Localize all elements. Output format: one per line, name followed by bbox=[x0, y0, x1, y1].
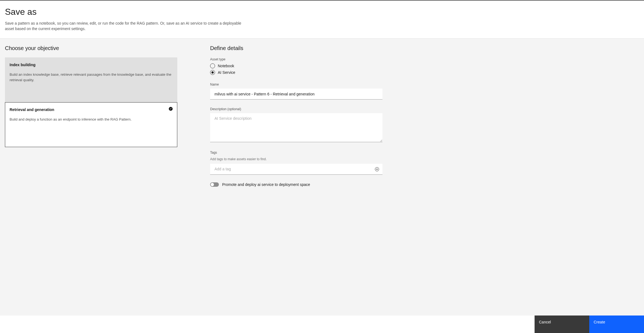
promote-group: Promote and deploy ai service to deploym… bbox=[210, 182, 382, 187]
description-textarea[interactable] bbox=[210, 113, 382, 142]
objective-option-index-building[interactable]: Index building Build an index knowledge … bbox=[5, 57, 177, 102]
dialog-header: Save as Save a pattern as a notebook, so… bbox=[0, 1, 644, 39]
name-group: Name bbox=[210, 83, 382, 100]
name-input[interactable] bbox=[210, 89, 382, 100]
asset-type-group: Asset type Notebook AI Service bbox=[210, 57, 382, 75]
details-heading: Define details bbox=[210, 45, 382, 51]
objective-option-title: Retrieval and generation bbox=[10, 107, 173, 112]
dialog-footer: Cancel Create bbox=[0, 316, 644, 333]
add-tag-icon[interactable] bbox=[375, 167, 379, 171]
radio-label: AI Service bbox=[218, 70, 235, 75]
name-label: Name bbox=[210, 83, 382, 86]
promote-toggle[interactable] bbox=[210, 182, 219, 187]
objective-heading: Choose your objective bbox=[5, 45, 177, 51]
tags-label: Tags bbox=[210, 151, 382, 154]
objective-option-desc: Build and deploy a function as an endpoi… bbox=[10, 117, 173, 122]
page-subtitle: Save a pattern as a notebook, so you can… bbox=[5, 21, 243, 32]
radio-icon bbox=[210, 63, 215, 68]
tags-group: Tags Add tags to make assets easier to f… bbox=[210, 151, 382, 175]
details-column: Define details Asset type Notebook AI Se… bbox=[210, 45, 382, 309]
promote-toggle-label: Promote and deploy ai service to deploym… bbox=[222, 182, 310, 187]
asset-type-label: Asset type bbox=[210, 57, 382, 61]
objective-option-retrieval-generation[interactable]: Retrieval and generation Build and deplo… bbox=[5, 102, 177, 147]
description-group: Description (optional) bbox=[210, 107, 382, 143]
radio-icon bbox=[210, 70, 215, 75]
objective-column: Choose your objective Index building Bui… bbox=[5, 45, 177, 309]
dialog-body: Choose your objective Index building Bui… bbox=[0, 39, 644, 316]
tags-help: Add tags to make assets easier to find. bbox=[210, 157, 267, 161]
objective-option-desc: Build an index knowledge base, retrieve … bbox=[10, 72, 173, 83]
cancel-button[interactable]: Cancel bbox=[535, 316, 589, 333]
checkmark-filled-icon bbox=[169, 107, 173, 111]
asset-type-notebook-radio[interactable]: Notebook bbox=[210, 63, 382, 68]
page-title: Save as bbox=[5, 7, 639, 17]
create-button[interactable]: Create bbox=[589, 316, 644, 333]
asset-type-ai-service-radio[interactable]: AI Service bbox=[210, 70, 382, 75]
objective-option-title: Index building bbox=[10, 63, 173, 67]
description-label: Description (optional) bbox=[210, 107, 382, 111]
radio-label: Notebook bbox=[218, 64, 234, 68]
tags-input[interactable] bbox=[210, 164, 382, 175]
